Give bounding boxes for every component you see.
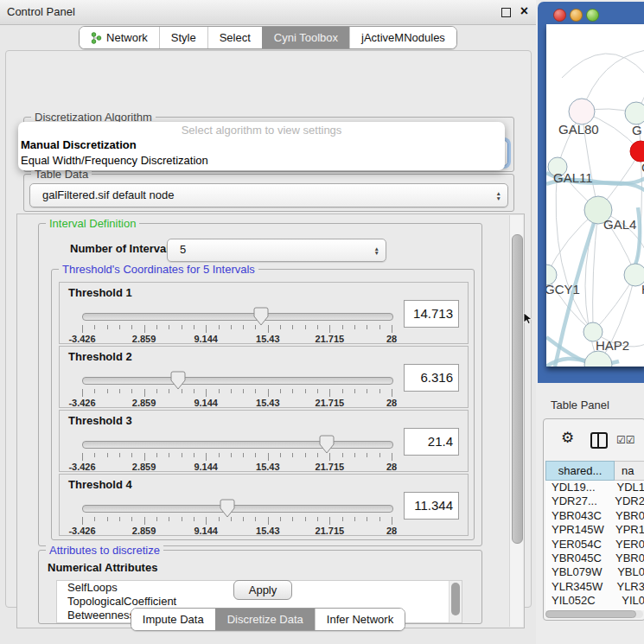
gear-icon[interactable]: ⚙ <box>561 429 574 447</box>
threshold-slider[interactable]: -3.4262.8599.14415.4321.71528 <box>82 499 392 533</box>
threshold-slider[interactable]: -3.4262.8599.14415.4321.71528 <box>82 307 392 341</box>
table-row[interactable]: YLR345WYLR3 <box>545 580 644 594</box>
column-view-icon[interactable] <box>590 432 608 449</box>
slider-tick <box>392 325 392 333</box>
bottom-tabstrip-wrap: Impute DataDiscretize DataInfer Network <box>0 608 536 631</box>
vertical-scrollbar-thumb[interactable] <box>512 234 523 544</box>
tick-label: -3.426 <box>68 526 95 536</box>
table-cell: YDL1 <box>609 481 644 494</box>
dropdown-option-equal-width-frequency[interactable]: Equal Width/Frequency Discretization <box>18 153 505 169</box>
slider-tick <box>144 389 145 397</box>
tab-label: Style <box>171 31 196 44</box>
network-canvas[interactable]: GAL80GCGAL11GAL4GCY1HHAP2 <box>546 24 644 367</box>
table-row[interactable]: YIL052CYIL0 <box>545 594 644 608</box>
num-intervals-combo[interactable]: 5 ▲▼ <box>167 239 386 262</box>
threshold-value-field[interactable]: 21.4 <box>404 428 459 456</box>
slider-tick <box>144 325 145 333</box>
table-column-header[interactable]: na <box>615 461 644 481</box>
slider-thumb[interactable] <box>253 307 269 327</box>
slider-tick <box>94 325 95 329</box>
table-row[interactable]: YBR045CYBR0 <box>545 552 644 565</box>
slider-tick <box>219 453 220 457</box>
table-row[interactable]: YBL079WYBL0 <box>545 565 644 579</box>
threshold-box: Threshold 1-3.4262.8599.14415.4321.71528… <box>59 282 469 344</box>
table-row[interactable]: YDL19...YDL1 <box>545 481 644 494</box>
minimize-traffic-light-icon[interactable] <box>570 9 583 22</box>
slider-thumb[interactable] <box>220 499 235 519</box>
slider-thumb[interactable] <box>319 435 335 455</box>
bottom-tabstrip: Impute DataDiscretize DataInfer Network <box>131 608 405 631</box>
network-tab-icon <box>91 32 102 44</box>
tab-cyni-toolbox[interactable]: Cyni Toolbox <box>262 27 349 48</box>
group-title-interval-definition: Interval Definition <box>46 217 139 230</box>
tab-label: Network <box>106 31 148 44</box>
tick-label: 15.43 <box>256 334 280 344</box>
zoom-traffic-light-icon[interactable] <box>586 9 599 22</box>
table-data-combo[interactable]: galFiltered.sif default node ▲▼ <box>29 183 508 207</box>
dropdown-option-manual-discretization[interactable]: Manual Discretization <box>18 137 505 153</box>
slider-tick <box>292 453 293 457</box>
slider-tick <box>280 453 281 457</box>
network-view-window[interactable]: GAL80GCGAL11GAL4GCY1HHAP2 <box>538 2 644 383</box>
tab-select[interactable]: Select <box>207 27 262 48</box>
close-traffic-light-icon[interactable] <box>553 9 566 22</box>
tick-label: 28 <box>386 398 397 408</box>
tab-infer-network[interactable]: Infer Network <box>315 609 405 630</box>
horizontal-scrollbar-thumb[interactable] <box>545 610 636 618</box>
tick-label: 21.715 <box>316 398 345 408</box>
table-row[interactable]: YBR043CYBR0 <box>545 509 644 523</box>
table-data-group: Table Data galFiltered.sif default node … <box>23 174 514 212</box>
slider-tick <box>392 453 392 461</box>
slider-tick <box>317 389 318 393</box>
tab-impute-data[interactable]: Impute Data <box>131 609 215 630</box>
tab-discretize-data[interactable]: Discretize Data <box>215 609 315 630</box>
table-row[interactable]: YER054CYER0 <box>545 538 644 552</box>
top-tabstrip-wrap: NetworkStyleSelectCyni ToolboxjActiveMNo… <box>0 26 536 49</box>
threshold-value-field[interactable]: 11.344 <box>404 492 459 520</box>
slider-tick <box>194 453 194 457</box>
threshold-value-field[interactable]: 14.713 <box>404 300 459 328</box>
slider-tick <box>182 517 182 521</box>
network-node-label: GAL11 <box>553 170 593 185</box>
group-title-thresholds: Threshold's Coordinates for 5 Intervals <box>59 263 258 276</box>
tab-network[interactable]: Network <box>80 27 159 48</box>
slider-track[interactable] <box>82 505 393 513</box>
horizontal-scrollbar[interactable] <box>545 610 643 618</box>
slider-tick <box>231 453 232 457</box>
network-node[interactable] <box>630 141 644 162</box>
threshold-slider[interactable]: -3.4262.8599.14415.4321.71528 <box>82 371 392 405</box>
slider-tick <box>268 453 269 461</box>
tab-label: Select <box>220 31 251 44</box>
network-node[interactable] <box>625 102 644 124</box>
slider-tick <box>144 517 145 525</box>
apply-button[interactable]: Apply <box>233 580 292 600</box>
slider-tick <box>206 389 207 397</box>
slider-tick <box>367 389 367 393</box>
slider-thumb[interactable] <box>170 371 186 391</box>
network-node[interactable] <box>584 351 612 367</box>
tab-jactivemnodules[interactable]: jActiveMNodules <box>349 27 456 48</box>
table-row[interactable]: YDR27...YDR2 <box>545 494 644 508</box>
tab-style[interactable]: Style <box>159 27 207 48</box>
close-icon[interactable]: × <box>520 3 528 19</box>
threshold-value-field[interactable]: 6.316 <box>404 364 459 392</box>
slider-tick <box>169 325 169 329</box>
checkbox-icons[interactable]: ☑☑ <box>616 434 635 446</box>
slider-track[interactable] <box>82 377 393 385</box>
float-window-icon[interactable] <box>501 8 511 17</box>
network-node[interactable] <box>569 99 595 124</box>
thresholds-group: Threshold's Coordinates for 5 Intervals … <box>51 269 475 540</box>
table-column-header[interactable]: shared... <box>545 461 615 481</box>
threshold-box: Threshold 4-3.4262.8599.14415.4321.71528… <box>59 474 469 536</box>
slider-tick <box>329 389 330 397</box>
threshold-slider[interactable]: -3.4262.8599.14415.4321.71528 <box>82 435 392 469</box>
table-cell: YPR1 <box>608 523 644 537</box>
slider-track[interactable] <box>82 313 393 321</box>
vertical-scrollbar[interactable] <box>509 215 523 627</box>
slider-track[interactable] <box>82 441 393 449</box>
slider-tick <box>119 453 120 457</box>
tick-label: 21.715 <box>316 334 345 344</box>
app-root: Control Panel × NetworkStyleSelectCyni T… <box>0 0 644 644</box>
table-row[interactable]: YPR145WYPR1 <box>545 523 644 537</box>
table-cell: YBR0 <box>608 509 644 523</box>
